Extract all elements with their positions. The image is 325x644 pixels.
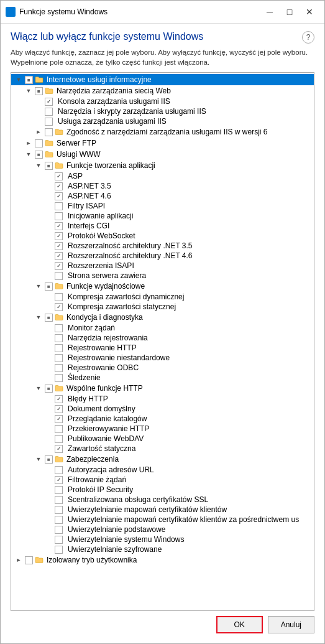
tree-item[interactable]: Autoryzacja adresów URL (11, 465, 314, 475)
tree-item[interactable]: Uwierzytelnianie mapowań certyfikatów kl… (11, 505, 314, 515)
tree-item[interactable]: ASP.NET 4.6 (11, 191, 314, 201)
tree-item[interactable]: ▼ Wspólne funkcje HTTP (11, 383, 314, 394)
tree-expander[interactable]: ▼ (34, 383, 43, 393)
tree-checkbox[interactable] (55, 466, 63, 474)
tree-item[interactable]: Rozszerzalność architektury .NET 3.5 (11, 241, 314, 251)
tree-item[interactable]: ► Zgodność z narzędziami zarządzania usł… (11, 126, 314, 138)
tree-item[interactable]: Rozszerzenia ISAPI (11, 261, 314, 271)
tree-item[interactable]: ▼ Narzędzia zarządzania siecią Web (11, 85, 314, 96)
tree-checkbox[interactable] (55, 445, 63, 453)
tree-item[interactable]: Protokół WebSocket (11, 231, 314, 241)
tree-checkbox[interactable] (55, 172, 63, 180)
close-button[interactable]: ✕ (300, 4, 319, 19)
tree-checkbox[interactable] (55, 516, 63, 524)
tree-checkbox[interactable] (55, 374, 63, 382)
tree-expander[interactable]: ▼ (34, 454, 43, 464)
tree-item[interactable]: Publikowanie WebDAV (11, 434, 314, 444)
tree-item[interactable]: Filtry ISAPI (11, 201, 314, 211)
tree-item[interactable]: ▼ Usługi WWW (11, 149, 314, 160)
tree-checkbox[interactable] (55, 496, 63, 504)
tree-item[interactable]: Scentralizowana obsługa certyfikatów SSL (11, 495, 314, 505)
tree-checkbox[interactable] (55, 476, 63, 484)
tree-checkbox[interactable] (55, 395, 63, 403)
tree-checkbox[interactable] (45, 118, 53, 126)
tree-checkbox[interactable] (55, 536, 63, 544)
tree-item[interactable]: Protokół IP Security (11, 485, 314, 495)
tree-checkbox[interactable] (55, 405, 63, 413)
tree-item[interactable]: Zawartość statyczna (11, 444, 314, 454)
tree-item[interactable]: Narzędzia rejestrowania (11, 333, 314, 343)
tree-item[interactable]: ASP.NET 3.5 (11, 181, 314, 191)
tree-checkbox[interactable] (55, 192, 63, 200)
tree-checkbox[interactable] (35, 151, 43, 159)
tree-item[interactable]: ► Izolowany tryb użytkownika (11, 554, 314, 566)
tree-item[interactable]: Śledzenie (11, 373, 314, 383)
cancel-button[interactable]: Anuluj (268, 616, 314, 633)
tree-item[interactable]: Uwierzytelnianie szyfrowane (11, 544, 314, 554)
tree-item[interactable]: Błędy HTTP (11, 394, 314, 404)
tree-checkbox[interactable] (55, 262, 63, 270)
tree-item[interactable]: Monitor żądań (11, 323, 314, 333)
tree-item[interactable]: Strona serwera zawiera (11, 271, 314, 281)
tree-item[interactable]: ASP (11, 171, 314, 181)
tree-checkbox[interactable] (55, 212, 63, 220)
tree-item[interactable]: Rejestrowanie HTTP (11, 343, 314, 353)
tree-checkbox[interactable] (45, 98, 53, 106)
tree-checkbox[interactable] (55, 415, 63, 423)
tree-checkbox[interactable] (45, 455, 53, 464)
tree-expander[interactable]: ▼ (34, 161, 43, 170)
tree-item[interactable]: Rejestrowanie ODBC (11, 363, 314, 373)
tree-checkbox[interactable] (55, 506, 63, 514)
tree-checkbox[interactable] (45, 128, 53, 136)
tree-item[interactable]: Kompresja zawartości statycznej (11, 302, 314, 312)
tree-checkbox[interactable] (45, 314, 53, 322)
features-tree[interactable]: ▼ Internetowe usługi informacyjne▼ Narzę… (11, 72, 314, 611)
tree-item[interactable]: Narzędzia i skrypty zarządzania usługami… (11, 106, 314, 116)
tree-expander[interactable]: ► (24, 138, 34, 148)
tree-expander[interactable]: ▼ (34, 312, 43, 322)
tree-item[interactable]: ▼ Kondycja i diagnostyka (11, 312, 314, 323)
ok-button[interactable]: OK (216, 616, 263, 633)
tree-expander[interactable]: ▼ (34, 281, 43, 291)
maximize-button[interactable]: □ (280, 4, 300, 19)
tree-checkbox[interactable] (35, 139, 43, 147)
minimize-button[interactable]: ─ (260, 4, 280, 19)
tree-checkbox[interactable] (55, 435, 63, 443)
tree-item[interactable]: Przekierowywanie HTTP (11, 424, 314, 434)
tree-checkbox[interactable] (55, 303, 63, 311)
tree-item[interactable]: Inicjowanie aplikacji (11, 211, 314, 221)
tree-checkbox[interactable] (55, 293, 63, 301)
tree-checkbox[interactable] (45, 385, 53, 393)
tree-item[interactable]: Usługa zarządzania usługami IIS (11, 116, 314, 126)
tree-item[interactable]: ▼ Funkcje wydajnościowe (11, 281, 314, 292)
tree-item[interactable]: Przeglądanie katalogów (11, 414, 314, 424)
tree-expander[interactable]: ▼ (24, 86, 34, 96)
tree-checkbox[interactable] (45, 108, 53, 116)
tree-checkbox[interactable] (55, 364, 63, 372)
tree-item[interactable]: ▼ Funkcje tworzenia aplikacji (11, 160, 314, 171)
tree-item[interactable]: Rozszerzalność architektury .NET 4.6 (11, 251, 314, 261)
tree-checkbox[interactable] (55, 324, 63, 332)
tree-checkbox[interactable] (55, 425, 63, 433)
tree-expander[interactable]: ▼ (14, 75, 24, 85)
tree-checkbox[interactable] (45, 282, 53, 291)
tree-checkbox[interactable] (35, 87, 43, 95)
tree-checkbox[interactable] (25, 556, 33, 564)
tree-item[interactable]: ► Serwer FTP (11, 138, 314, 149)
tree-checkbox[interactable] (55, 242, 63, 250)
tree-checkbox[interactable] (55, 354, 63, 362)
tree-checkbox[interactable] (25, 76, 33, 84)
tree-item[interactable]: Interfejs CGI (11, 221, 314, 231)
tree-expander[interactable]: ► (14, 555, 24, 565)
tree-checkbox[interactable] (45, 162, 53, 170)
tree-checkbox[interactable] (55, 526, 63, 534)
tree-item[interactable]: Filtrowanie żądań (11, 475, 314, 485)
tree-item[interactable]: Uwierzytelnianie systemu Windows (11, 534, 314, 544)
tree-item[interactable]: ▼ Zabezpieczenia (11, 454, 314, 465)
tree-item[interactable]: Kompresja zawartości dynamicznej (11, 292, 314, 302)
tree-checkbox[interactable] (55, 222, 63, 230)
tree-item[interactable]: Dokument domyślny (11, 404, 314, 414)
tree-item[interactable]: Uwierzytelnianie mapowań certyfikatów kl… (11, 515, 314, 525)
tree-checkbox[interactable] (55, 546, 63, 554)
tree-expander[interactable]: ► (34, 127, 43, 137)
